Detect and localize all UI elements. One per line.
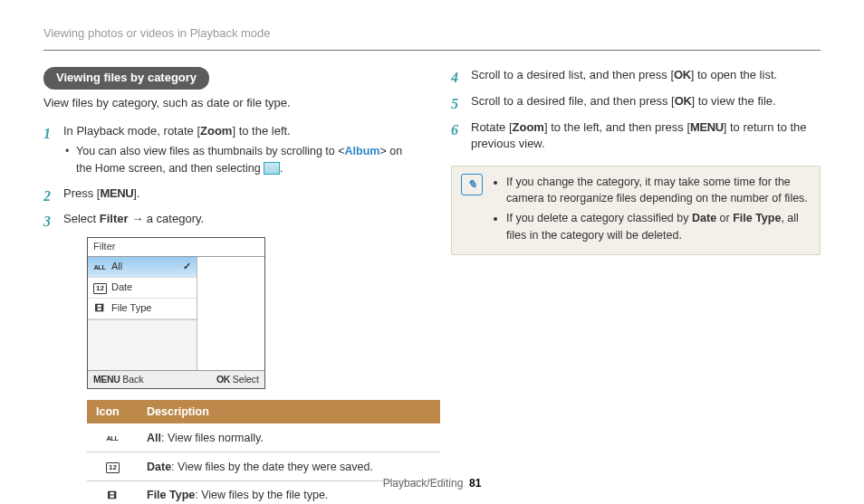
zoom-key: Zoom — [513, 120, 544, 134]
filetype-icon — [93, 302, 106, 316]
table-head-description: Description — [138, 400, 440, 423]
filter-option-filetype: File Type — [88, 299, 197, 319]
menu-key: MENU — [100, 186, 133, 200]
filter-menu-footer: MENU Back OK Select — [88, 370, 264, 388]
filetype-icon — [106, 490, 119, 503]
step-3: Select Filter → a category. Filter All ✓ — [43, 211, 413, 504]
filter-label: Filter — [100, 212, 129, 225]
table-row: All: View files normally. — [87, 423, 440, 452]
note-item-1: If you change the category, it may take … — [506, 174, 811, 206]
filter-menu-title: Filter — [88, 238, 264, 257]
all-icon — [93, 261, 106, 274]
page-number: 81 — [469, 477, 481, 490]
all-icon — [106, 432, 119, 445]
note-item-2: If you delete a category classified by D… — [506, 210, 811, 242]
album-link: Album — [345, 145, 380, 157]
note-box: ✎ If you change the category, it may tak… — [451, 166, 821, 255]
ok-key: OK — [674, 68, 691, 81]
filter-option-date: Date — [88, 278, 197, 299]
album-thumbnail-icon — [264, 162, 280, 175]
step-1: In Playback mode, rotate [Zoom] to the l… — [43, 123, 413, 176]
note-icon: ✎ — [461, 174, 483, 195]
calendar-icon — [106, 461, 119, 474]
step-1-note: You can also view files as thumbnails by… — [76, 143, 413, 176]
filter-option-all: All ✓ — [88, 257, 197, 278]
right-column: Scroll to a desired list, and then press… — [451, 67, 821, 504]
intro-text: View files by category, such as date or … — [43, 95, 413, 112]
section-heading-pill: Viewing files by category — [43, 67, 209, 90]
filter-menu-screenshot: Filter All ✓ Date — [87, 237, 265, 389]
table-head-icon: Icon — [87, 400, 138, 423]
page-footer: Playback/Editing 81 — [0, 476, 864, 491]
step-2: Press [MENU]. — [43, 185, 413, 203]
page-header: Viewing photos or videos in Playback mod… — [43, 25, 821, 51]
ok-key: OK — [675, 94, 692, 108]
calendar-icon — [93, 281, 106, 295]
step-4: Scroll to a desired list, and then press… — [451, 67, 821, 84]
step-6: Rotate [Zoom] to the left, and then pres… — [451, 119, 821, 154]
left-column: Viewing files by category View files by … — [43, 67, 413, 504]
zoom-key: Zoom — [200, 124, 232, 138]
checkmark-icon: ✓ — [183, 260, 191, 274]
step-5: Scroll to a desired file, and then press… — [451, 93, 821, 110]
menu-key: MENU — [690, 120, 724, 134]
